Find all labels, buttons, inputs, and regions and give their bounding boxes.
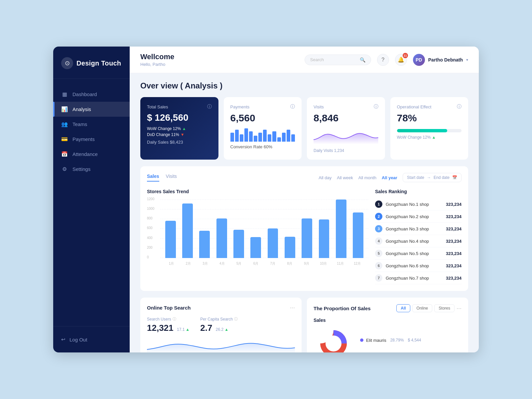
app-wrapper: ⊙ Design Touch ▦ Dashboard 📊 Analysis 👥 … — [53, 47, 479, 352]
search-users-info-icon[interactable]: ⓘ — [173, 317, 176, 322]
payments-mini-bar — [240, 134, 243, 142]
operational-info-icon[interactable]: ⓘ — [457, 104, 462, 110]
logout-button[interactable]: ↩ Log Out — [61, 333, 122, 346]
sidebar-item-dashboard[interactable]: ▦ Dashboard — [53, 87, 130, 102]
tab-visits[interactable]: Visits — [166, 174, 177, 182]
sidebar-item-label-attendance: Attendance — [72, 151, 98, 157]
sidebar-item-payments[interactable]: 💳 Payments — [53, 132, 130, 147]
ranking-item: 2 Gongzhuan No.2 shop 323,234 — [375, 210, 462, 223]
payments-mini-bar — [258, 133, 262, 142]
search-users-label: Search Users ⓘ — [147, 317, 190, 322]
rank-value: 323,234 — [446, 226, 462, 231]
help-button[interactable]: ? — [377, 54, 389, 66]
chart-bar-group — [351, 212, 366, 258]
payments-bar-chart — [230, 127, 295, 142]
chart-x-label: 9月 — [298, 261, 315, 266]
proportion-card-title: The Proportion Of Sales — [314, 306, 371, 311]
chart-bar — [165, 221, 176, 258]
rank-value: 323,234 — [446, 263, 462, 268]
rank-value: 323,234 — [446, 276, 462, 281]
chart-x-label: 5月 — [230, 261, 247, 266]
tab-sales[interactable]: Sales — [147, 174, 159, 182]
operational-up-icon: ▲ — [432, 135, 436, 140]
ranking-item: 7 Gongzhuan No.7 shop 323,234 — [375, 272, 462, 284]
filter-all-year[interactable]: All year — [382, 175, 397, 180]
rank-shop-name: Gongzhuan No.7 shop — [386, 276, 443, 281]
visits-info-icon[interactable]: ⓘ — [374, 104, 378, 110]
ranking-area: Sales Ranking 1 Gongzhuan No.1 shop 323,… — [375, 189, 462, 284]
per-capita-info-icon[interactable]: ⓘ — [234, 317, 238, 322]
proportion-filter-online[interactable]: Online — [412, 304, 433, 312]
proportion-more-icon[interactable]: ··· — [457, 305, 462, 312]
payments-mini-bar — [287, 130, 290, 142]
date-range-picker[interactable]: Start date → End date 📅 — [403, 173, 462, 182]
rank-shop-name: Gongzhuan No.4 shop — [386, 239, 443, 244]
rank-shop-name: Gongzhuan No.3 shop — [386, 226, 443, 231]
stats-row: Total Sales ⓘ $ 126,560 WoW Change 12% ▲… — [140, 97, 468, 160]
proportion-filters: All Online Stores ··· — [396, 304, 462, 312]
operational-progress-container — [397, 129, 462, 132]
chart-area: Stores Sales Trend 120010008006004002000… — [147, 189, 368, 284]
payments-mini-bar — [254, 136, 257, 142]
chart-y-label: 200 — [147, 246, 153, 249]
chart-y-label: 1200 — [147, 197, 154, 201]
stat-card-total-sales: Total Sales ⓘ $ 126,560 WoW Change 12% ▲… — [140, 97, 218, 160]
legend-dot-elit — [360, 338, 363, 342]
notification-button[interactable]: 🔔 11 — [395, 54, 407, 66]
sidebar-item-label-settings: Settings — [72, 166, 90, 172]
chart-bar — [319, 219, 330, 258]
search-icon: 🔍 — [360, 57, 365, 63]
payments-label: Payments ⓘ — [230, 104, 295, 110]
search-bar[interactable]: 🔍 — [305, 55, 371, 65]
welcome-subtitle: Hello, Partho — [140, 62, 174, 67]
filter-all-week[interactable]: All week — [337, 175, 353, 180]
wow-change: WoW Change 12% ▲ — [147, 126, 212, 131]
operational-progress-fill — [397, 129, 448, 132]
rank-number: 2 — [375, 213, 382, 220]
ranking-item: 5 Gongzhuan No.5 shop 323,234 — [375, 247, 462, 260]
payments-info-icon[interactable]: ⓘ — [290, 104, 295, 110]
search-users-stat: Search Users ⓘ 12,321 17.1 ▲ — [147, 317, 190, 333]
total-sales-label: Total Sales ⓘ — [147, 104, 212, 110]
sidebar-item-settings[interactable]: ⚙ Settings — [53, 162, 130, 177]
filter-all-month[interactable]: All month — [358, 175, 376, 180]
logo-text: Design Touch — [76, 60, 121, 67]
filter-all-day[interactable]: All day — [319, 175, 332, 180]
chart-bar — [285, 237, 295, 258]
ranking-item: 3 Gongzhuan No.3 shop 323,234 — [375, 223, 462, 235]
legend-value-elit: $ 4,544 — [408, 338, 421, 342]
per-capita-up-icon: ▲ — [224, 327, 228, 332]
donut-chart — [314, 327, 353, 352]
sidebar-item-attendance[interactable]: 📅 Attendance — [53, 147, 130, 162]
search-input[interactable] — [310, 57, 357, 62]
chart-bar — [182, 203, 193, 258]
operational-wow: WoW Change 12% ▲ — [397, 135, 462, 140]
rank-number: 6 — [375, 262, 382, 269]
bar-chart-container: 120010008006004002000 1月2月3月4月5月6月7月8月9月… — [147, 200, 368, 266]
sidebar-item-label-teams: Teams — [72, 121, 87, 127]
sidebar-item-analysis[interactable]: 📊 Analysis — [53, 102, 130, 117]
rank-number: 3 — [375, 225, 382, 232]
chart-x-label: 11月 — [332, 261, 349, 266]
bottom-card-proportion: The Proportion Of Sales All Online Store… — [307, 298, 468, 352]
chart-x-label: 6月 — [247, 261, 264, 266]
sidebar-logo: ⊙ Design Touch — [53, 47, 130, 79]
proportion-filter-stores[interactable]: Stores — [434, 304, 455, 312]
chart-x-label: 12月 — [349, 261, 366, 266]
search-more-icon[interactable]: ··· — [290, 304, 295, 311]
search-stats: Search Users ⓘ 12,321 17.1 ▲ — [147, 317, 295, 333]
chart-bar — [353, 212, 363, 258]
header-welcome: Wellcome Hello, Partho — [140, 53, 174, 67]
total-sales-info-icon[interactable]: ⓘ — [207, 104, 212, 110]
user-profile[interactable]: PD Partho Debnath ▾ — [413, 54, 468, 66]
chart-y-label: 600 — [147, 226, 153, 230]
header: Wellcome Hello, Partho 🔍 ? 🔔 11 PD Parth… — [130, 47, 479, 73]
sidebar-item-teams[interactable]: 👥 Teams — [53, 117, 130, 132]
rank-shop-name: Gongzhuan No.1 shop — [386, 202, 443, 207]
payments-mini-bar — [277, 137, 281, 142]
search-card-title: Online Top Search — [147, 305, 191, 311]
page-body: Over view ( Analysis ) Total Sales ⓘ $ 1… — [130, 73, 479, 352]
rank-shop-name: Gongzhuan No.2 shop — [386, 214, 443, 219]
proportion-filter-all[interactable]: All — [396, 304, 410, 312]
rank-value: 323,234 — [446, 239, 462, 244]
